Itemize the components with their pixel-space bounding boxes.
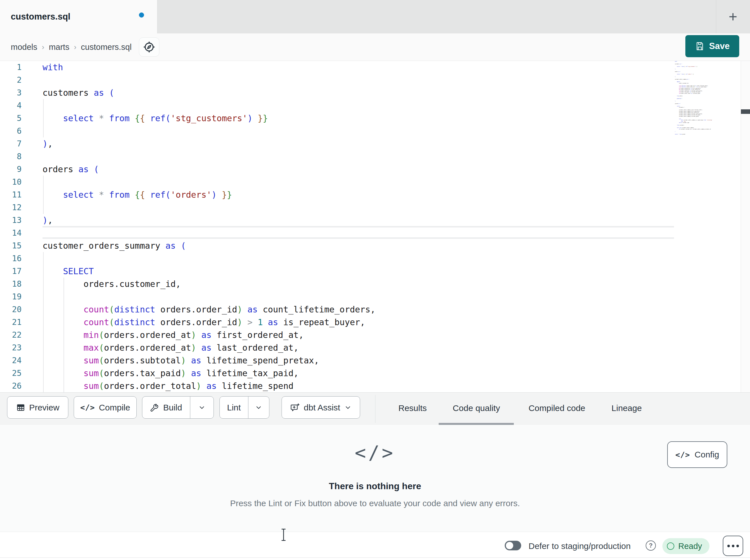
code-brackets-icon: </> <box>0 442 750 464</box>
build-dropdown-button[interactable] <box>190 397 214 418</box>
code-line[interactable]: 3customers as ( <box>0 86 750 99</box>
code-line[interactable]: 12 <box>0 201 750 214</box>
scrollbar-thumb[interactable] <box>741 109 750 114</box>
dbt-ide-window: customers.sql + models › marts › custome… <box>0 0 750 560</box>
file-tab-customers-sql[interactable]: customers.sql <box>0 0 157 34</box>
code-line[interactable]: 25 sum(orders.tax_paid) as lifetime_tax_… <box>0 367 750 379</box>
code-line-text: customers as ( <box>32 86 114 99</box>
code-line-text <box>32 175 42 188</box>
config-button-label: Config <box>695 450 719 459</box>
breadcrumb-bar: models › marts › customers.sql <box>0 34 750 61</box>
lint-button-label: Lint <box>227 403 241 412</box>
tab-lineage[interactable]: Lineage <box>610 393 644 423</box>
breadcrumb: models › marts › customers.sql <box>11 34 132 61</box>
code-line[interactable]: 10 <box>0 175 750 188</box>
line-number: 21 <box>0 316 32 329</box>
minimap-content: withcustomers as ( select * from {{ ref(… <box>675 61 717 135</box>
bottom-hairline <box>0 557 750 558</box>
tab-results[interactable]: Results <box>397 393 429 423</box>
line-number: 20 <box>0 303 32 316</box>
line-number: 22 <box>0 329 32 341</box>
line-number: 14 <box>0 227 32 240</box>
breadcrumb-separator-icon: › <box>42 43 44 51</box>
code-line[interactable]: 13), <box>0 214 750 227</box>
preview-button[interactable]: Preview <box>7 396 68 419</box>
build-button[interactable]: Build <box>142 397 190 418</box>
code-line[interactable]: 11 select * from {{ ref('orders') }} <box>0 188 750 201</box>
code-line-text: min(orders.ordered_at) as first_ordered_… <box>32 329 304 341</box>
more-options-button[interactable] <box>723 536 743 556</box>
chevron-down-icon <box>198 404 205 411</box>
lint-button-group: Lint <box>219 396 269 419</box>
line-number: 25 <box>0 367 32 379</box>
code-line-text: with <box>32 61 63 74</box>
dbt-assist-button[interactable]: dbt Assist <box>281 396 360 419</box>
code-line-text: max(orders.ordered_at) as last_ordered_a… <box>32 341 299 354</box>
code-line[interactable]: 24 sum(orders.subtotal) as lifetime_spen… <box>0 354 750 367</box>
tab-compiled-code[interactable]: Compiled code <box>527 393 587 423</box>
empty-state-title: There is nothing here <box>0 481 750 492</box>
ready-status-badge[interactable]: Ready <box>663 538 709 554</box>
code-line[interactable]: 19 <box>0 290 750 303</box>
status-bar: Defer to staging/production ? Ready <box>0 532 750 560</box>
dbt-assist-button-label: dbt Assist <box>304 403 340 412</box>
code-line[interactable]: 22 min(orders.ordered_at) as first_order… <box>0 329 750 341</box>
code-line[interactable]: 5 select * from {{ ref('stg_customers') … <box>0 112 750 125</box>
line-number: 7 <box>0 138 32 150</box>
code-line[interactable]: 1with <box>0 61 750 74</box>
code-line[interactable]: 21 count(distinct orders.order_id) > 1 a… <box>0 316 750 329</box>
line-number: 23 <box>0 341 32 354</box>
code-line[interactable]: 9orders as ( <box>0 163 750 175</box>
lint-dropdown-button[interactable] <box>248 397 269 418</box>
code-lines[interactable]: 1with23customers as (45 select * from {{… <box>0 61 750 392</box>
code-line[interactable]: 4 <box>0 99 750 112</box>
code-line-text <box>32 290 42 303</box>
breadcrumb-item-models: models <box>11 42 37 52</box>
code-line[interactable]: 23 max(orders.ordered_at) as last_ordere… <box>0 341 750 354</box>
compile-button[interactable]: </> Compile <box>74 396 137 419</box>
code-line-text: sum(orders.order_total) as lifetime_spen… <box>32 379 294 392</box>
code-line[interactable]: 2 <box>0 74 750 86</box>
save-button[interactable]: Save <box>685 35 739 57</box>
code-line[interactable]: 6 <box>0 125 750 138</box>
code-quality-panel: </> There is nothing here Press the Lint… <box>0 425 750 532</box>
editor-scrollbar[interactable] <box>741 61 750 392</box>
toolbar-divider <box>375 395 375 423</box>
code-line-text: ), <box>32 214 53 227</box>
line-number: 4 <box>0 99 32 112</box>
help-icon[interactable]: ? <box>646 540 656 551</box>
active-tab-underline <box>439 423 514 425</box>
defer-toggle[interactable] <box>505 541 521 551</box>
breadcrumb-item-file: customers.sql <box>81 42 132 52</box>
code-line-text <box>32 74 42 86</box>
code-brackets-icon: </> <box>675 450 690 459</box>
code-line-text <box>32 150 42 163</box>
compass-icon <box>143 41 155 53</box>
line-number: 9 <box>0 163 32 175</box>
code-line[interactable]: 17 SELECT <box>0 265 750 277</box>
code-line[interactable]: 15customer_orders_summary as ( <box>0 240 750 252</box>
code-line[interactable]: 8 <box>0 150 750 163</box>
lint-button[interactable]: Lint <box>220 397 248 418</box>
minimap[interactable]: withcustomers as ( select * from {{ ref(… <box>675 61 720 146</box>
preview-button-label: Preview <box>29 403 60 412</box>
line-number: 17 <box>0 265 32 277</box>
empty-state-subtitle: Press the Lint or Fix button above to ev… <box>0 499 750 508</box>
chevron-down-icon <box>255 404 262 411</box>
code-editor[interactable]: 1with23customers as (45 select * from {{… <box>0 61 750 392</box>
new-tab-button[interactable]: + <box>719 0 747 34</box>
code-line[interactable]: 7), <box>0 138 750 150</box>
code-line[interactable]: 20 count(distinct orders.order_id) as co… <box>0 303 750 316</box>
unsaved-changes-icon <box>139 13 144 18</box>
code-line[interactable]: 16 <box>0 252 750 265</box>
tab-code-quality[interactable]: Code quality <box>451 393 502 423</box>
code-line[interactable]: 14 <box>0 227 750 240</box>
code-line[interactable]: 26 sum(orders.order_total) as lifetime_s… <box>0 379 750 392</box>
line-number: 18 <box>0 277 32 290</box>
ready-circle-icon <box>667 542 674 550</box>
file-navigate-button[interactable] <box>139 37 159 57</box>
code-line[interactable]: 18 orders.customer_id, <box>0 277 750 290</box>
line-number: 5 <box>0 112 32 125</box>
config-button[interactable]: </> Config <box>667 441 727 468</box>
build-button-label: Build <box>163 403 182 412</box>
